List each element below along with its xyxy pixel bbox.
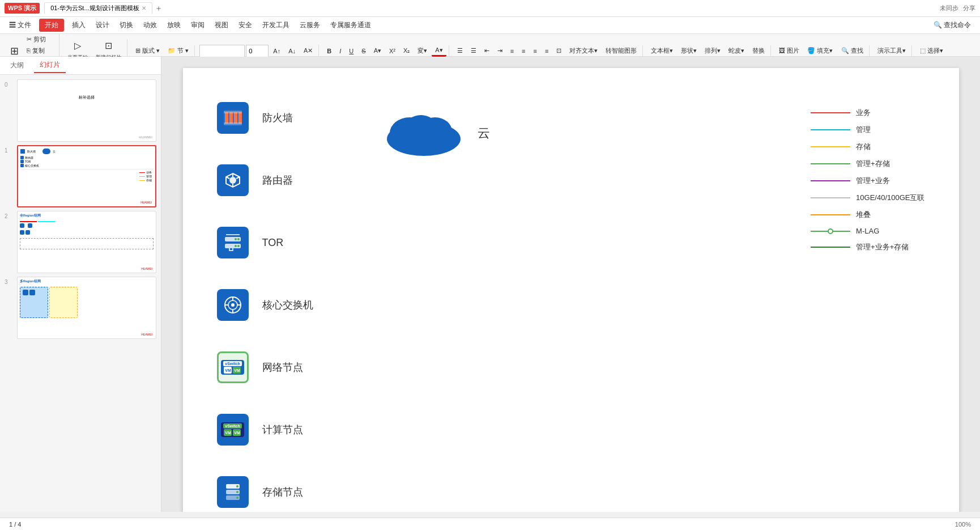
present-tools-btn[interactable]: 演示工具▾ (874, 45, 909, 56)
slide-img-3[interactable]: 多Region组网 HUAWEI (17, 277, 156, 339)
textbox-btn[interactable]: 文本框▾ (647, 45, 676, 56)
new-slide-icon: ⊡ (101, 39, 116, 52)
svg-point-30 (236, 497, 238, 499)
thumb-icon (20, 149, 25, 154)
core-switch-icon (217, 289, 249, 321)
router-label: 路由器 (262, 173, 293, 187)
cut-btn[interactable]: ✂ 剪切 (23, 34, 57, 45)
snake-btn[interactable]: 蛇皮▾ (725, 45, 748, 56)
char-spacing-btn[interactable]: 変▾ (414, 45, 431, 56)
align-right-btn[interactable]: ≡ (530, 46, 540, 56)
legend-item-10ge: 10GE/40/100GE互联 (811, 193, 924, 203)
storage-node-icon (217, 476, 249, 508)
legend-label-10ge: 10GE/40/100GE互联 (856, 193, 924, 203)
font-size-down-btn[interactable]: A↓ (285, 46, 299, 56)
smart-art-btn[interactable]: 转智能图形 (602, 45, 640, 56)
slide-img-0[interactable]: 标补选择 HUAWEI (17, 79, 156, 142)
slide-canvas[interactable]: 防火墙 (183, 68, 959, 512)
align-left-btn[interactable]: ≡ (507, 46, 517, 56)
start-button[interactable]: 开始 (39, 19, 64, 32)
outline-tab[interactable]: 大纲 (5, 58, 29, 73)
font-size-up-btn[interactable]: A↑ (270, 46, 284, 56)
menu-animation[interactable]: 动效 (139, 18, 161, 32)
section-btn[interactable]: 📁 节 ▾ (164, 45, 192, 56)
router-icon (217, 164, 249, 196)
current-tab[interactable]: 01-华为云St...规划设计画图模板 ✕ (44, 2, 152, 14)
image-btn[interactable]: 🖼 图片 (776, 45, 803, 56)
slide3-title: 多Region组网 (18, 277, 156, 286)
slide0-logo: HUAWEI (139, 135, 152, 139)
menu-review[interactable]: 审阅 (186, 18, 209, 32)
underline-btn[interactable]: U (346, 46, 357, 56)
slide-img-2[interactable]: 全Region组网 HUAWEI (17, 211, 156, 273)
superscript-btn[interactable]: X² (386, 46, 399, 56)
replace-btn[interactable]: 替换 (749, 45, 768, 56)
num-list-btn[interactable]: ☰ (467, 46, 480, 56)
subscript-btn[interactable]: X₂ (400, 46, 413, 56)
strikethrough-btn[interactable]: S (358, 46, 369, 56)
slide-img-1[interactable]: 防火墙 云 路由器 TOR 核心交换机 业务 管理 存储 (17, 145, 156, 207)
find-btn[interactable]: 🔍 查找 (838, 45, 867, 56)
slide-tab[interactable]: 幻灯片 (34, 58, 66, 73)
firewall-row: 防火墙 (217, 102, 313, 134)
menu-view[interactable]: 视图 (210, 18, 233, 32)
col-layout-btn[interactable]: ⊡ (553, 46, 565, 56)
menu-insert[interactable]: 插入 (67, 18, 90, 32)
select-btn[interactable]: ⬚ 选择▾ (917, 45, 947, 56)
arrange-btn[interactable]: 排列▾ (701, 45, 724, 56)
compute-node-row: vSwitch VM VM 计算节点 (217, 414, 313, 446)
legend-line-all (811, 247, 850, 248)
slide-thumb-1[interactable]: 1 防火墙 云 路由器 TOR 核心交换机 (5, 145, 156, 207)
legend-line-mgmt-storage (811, 163, 850, 164)
slide-num-0: 0 (5, 79, 14, 88)
tab-close-icon[interactable]: ✕ (142, 5, 146, 11)
menu-security[interactable]: 安全 (234, 18, 257, 32)
menu-slideshow[interactable]: 放映 (163, 18, 185, 32)
menu-design[interactable]: 设计 (91, 18, 114, 32)
page-info: 1 / 4 (9, 521, 21, 528)
layout-group: ⊞ 版式 ▾ 📁 节 ▾ (130, 45, 195, 56)
present-group: 演示工具▾ (872, 45, 912, 56)
menu-file[interactable]: ☰ 文件 (5, 18, 36, 32)
align-text-btn[interactable]: 对齐文本▾ (566, 45, 601, 56)
menu-cloud[interactable]: 云服务 (295, 18, 325, 32)
justify-btn[interactable]: ≡ (542, 46, 552, 56)
canvas-area: 防火墙 (161, 57, 980, 512)
legend-yellow-line (139, 180, 145, 181)
slide1-huawei-logo: HUAWEI (140, 201, 152, 204)
share-button[interactable]: 分享 (963, 4, 975, 12)
font-size-input[interactable] (246, 45, 269, 57)
svg-rect-5 (224, 111, 242, 113)
font-family-input[interactable] (199, 45, 245, 57)
indent-less-btn[interactable]: ⇤ (481, 46, 493, 56)
title-bar: WPS 演示 01-华为云St...规划设计画图模板 ✕ ＋ 未同步 分享 (0, 0, 980, 17)
text-shadow-btn[interactable]: A▾ (370, 46, 385, 56)
align-center-btn[interactable]: ≡ (518, 46, 529, 56)
new-tab-button[interactable]: ＋ (155, 3, 163, 14)
indent-more-btn[interactable]: ⇥ (494, 46, 506, 56)
legend-label-business: 业务 (856, 108, 871, 118)
shape-btn[interactable]: 形状▾ (678, 45, 700, 56)
layout-btn[interactable]: ⊞ 版式 ▾ (132, 45, 163, 56)
menu-transition[interactable]: 切换 (115, 18, 138, 32)
svg-rect-3 (234, 112, 237, 124)
legend-label-mlag: M-LAG (856, 227, 879, 235)
tor-label: TOR (262, 237, 284, 249)
clear-format-btn[interactable]: A✕ (300, 46, 316, 56)
list-btn[interactable]: ☰ (454, 46, 466, 56)
router-row: 路由器 (217, 164, 313, 196)
italic-btn[interactable]: I (336, 46, 344, 56)
bold-btn[interactable]: B (323, 46, 335, 56)
svg-point-7 (229, 177, 236, 184)
current-page-start-btn[interactable]: ▷ (71, 39, 84, 52)
copy-btn[interactable]: ⎘ 复制 (23, 45, 57, 56)
slide-thumb-0[interactable]: 0 标补选择 HUAWEI (5, 79, 156, 142)
menu-dev[interactable]: 开发工具 (258, 18, 294, 32)
slide-thumb-3[interactable]: 3 多Region组网 HUAWEI (5, 277, 156, 339)
fill-btn[interactable]: 🪣 填充▾ (804, 45, 836, 56)
menu-exclusive[interactable]: 专属服务通道 (326, 18, 376, 32)
slide-thumb-2[interactable]: 2 全Region组网 (5, 211, 156, 273)
search-command[interactable]: 🔍 查找命令 (929, 18, 975, 32)
paste-btn[interactable]: ⊞ (7, 44, 22, 58)
font-color-btn[interactable]: A▾ (432, 45, 446, 57)
